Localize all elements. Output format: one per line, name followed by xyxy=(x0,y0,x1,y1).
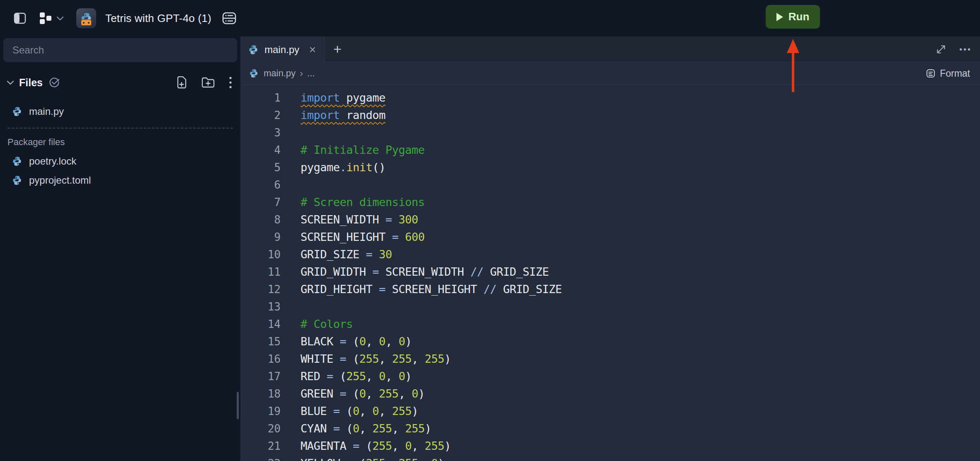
line-number: 1 xyxy=(240,89,281,107)
breadcrumb-ellipsis[interactable]: ... xyxy=(307,68,315,79)
token-pl: ( xyxy=(346,422,353,435)
code-line: 5pygame.init() xyxy=(240,159,980,176)
code-line: 17RED = (255, 0, 0) xyxy=(240,368,980,385)
python-icon xyxy=(249,68,259,78)
token-pl: ) xyxy=(444,439,451,452)
token-pl: , xyxy=(398,387,412,400)
database-icon[interactable] xyxy=(221,11,237,25)
file-item-poetry-lock[interactable]: poetry.lock xyxy=(0,152,240,171)
token-op: = xyxy=(333,405,347,417)
code-line-text[interactable]: # Initialize Pygame xyxy=(281,141,425,159)
python-icon xyxy=(12,106,22,117)
format-button[interactable]: Format xyxy=(926,68,970,79)
code-line: 11GRID_WIDTH = SCREEN_WIDTH // GRID_SIZE xyxy=(240,263,980,281)
code-line-text[interactable] xyxy=(281,298,301,315)
code-line-text[interactable]: pygame.init() xyxy=(281,159,386,176)
play-icon xyxy=(776,13,783,21)
code-line-text[interactable]: BLACK = (0, 0, 0) xyxy=(281,333,412,350)
packager-files-label: Packager files xyxy=(0,137,240,148)
token-pl: GRID_SIZE xyxy=(490,265,549,278)
code-line-text[interactable]: import random xyxy=(281,107,386,124)
code-line-text[interactable]: SCREEN_WIDTH = 300 xyxy=(281,211,418,228)
lint-squiggle: import random xyxy=(301,109,386,121)
run-button[interactable]: Run xyxy=(766,5,820,29)
tab-label: main.py xyxy=(264,44,299,56)
token-num: 0 xyxy=(359,387,366,400)
main-area: Files main.py Packager files poetry.lock… xyxy=(0,36,980,461)
code-line-text[interactable] xyxy=(281,124,301,141)
code-line-text[interactable]: GREEN = (0, 255, 0) xyxy=(281,385,425,403)
breadcrumb-file[interactable]: main.py xyxy=(264,68,296,79)
line-number: 12 xyxy=(240,281,281,298)
code-line-text[interactable]: GRID_WIDTH = SCREEN_WIDTH // GRID_SIZE xyxy=(281,263,549,281)
check-circle-icon xyxy=(49,77,60,88)
token-num: 0 xyxy=(379,370,386,383)
workspace-switcher[interactable] xyxy=(39,12,64,25)
new-file-icon[interactable] xyxy=(176,76,187,89)
token-num: 0 xyxy=(431,457,438,461)
python-icon xyxy=(12,175,22,186)
token-num: 255 xyxy=(392,405,412,417)
token-pl: , xyxy=(386,370,399,383)
breadcrumb-chevron-icon: › xyxy=(300,68,303,79)
code-line-text[interactable]: GRID_SIZE = 30 xyxy=(281,246,392,263)
packager-files-list: poetry.lockpyproject.toml xyxy=(0,152,240,190)
code-line-text[interactable]: # Screen dimensions xyxy=(281,194,425,211)
token-pl: WHITE xyxy=(301,352,340,365)
sidebar: Files main.py Packager files poetry.lock… xyxy=(0,36,240,461)
more-icon[interactable]: ••• xyxy=(959,45,972,54)
code-line-text[interactable]: BLUE = (0, 0, 255) xyxy=(281,403,418,420)
line-number: 13 xyxy=(240,298,281,315)
kebab-menu-icon[interactable] xyxy=(229,76,232,89)
line-number: 22 xyxy=(240,455,281,461)
code-line-text[interactable]: YELLOW = (255, 255, 0) xyxy=(281,455,444,461)
token-pl: () xyxy=(372,161,386,174)
code-line-text[interactable]: SCREEN_HEIGHT = 600 xyxy=(281,228,425,246)
token-num: 0 xyxy=(412,387,418,400)
new-folder-icon[interactable] xyxy=(201,77,215,88)
chevron-down-icon[interactable] xyxy=(7,80,14,85)
token-pl: GREEN xyxy=(301,387,340,400)
code-line: 14# Colors xyxy=(240,315,980,333)
token-cm: # Initialize Pygame xyxy=(301,143,425,156)
token-pl: ( xyxy=(366,439,373,452)
token-pl: ) xyxy=(418,387,425,400)
tab-main-py[interactable]: main.py × xyxy=(240,36,324,63)
code-line-text[interactable]: # Colors xyxy=(281,315,353,333)
token-pl: ( xyxy=(346,405,353,417)
close-icon[interactable]: × xyxy=(308,43,318,56)
token-op: = xyxy=(379,283,392,296)
code-line-text[interactable]: RED = (255, 0, 0) xyxy=(281,368,412,385)
code-line: 12GRID_HEIGHT = SCREEN_HEIGHT // GRID_SI… xyxy=(240,281,980,298)
code-line-text[interactable]: GRID_HEIGHT = SCREEN_HEIGHT // GRID_SIZE xyxy=(281,281,562,298)
new-tab-button[interactable]: + xyxy=(325,36,350,62)
token-op: = xyxy=(386,213,399,226)
expand-icon[interactable] xyxy=(935,44,947,55)
sidebar-resize-handle[interactable] xyxy=(237,392,239,419)
code-line-text[interactable] xyxy=(281,176,301,194)
workspace-layout-icon xyxy=(39,12,52,25)
file-item-pyproject-toml[interactable]: pyproject.toml xyxy=(0,171,240,190)
code-line: 9SCREEN_HEIGHT = 600 xyxy=(240,228,980,246)
code-editor[interactable]: 1import pygame2import random34# Initiali… xyxy=(240,85,980,461)
token-pl: ) xyxy=(412,405,418,417)
token-pl: SCREEN_HEIGHT xyxy=(301,230,392,243)
token-num: 0 xyxy=(372,405,379,417)
token-cm: # Screen dimensions xyxy=(301,196,425,209)
panel-toggle-icon[interactable] xyxy=(12,11,27,26)
line-number: 6 xyxy=(240,176,281,194)
code-line-text[interactable]: import pygame xyxy=(281,89,386,107)
token-num: 255 xyxy=(392,352,412,365)
code-line-text[interactable]: CYAN = (0, 255, 255) xyxy=(281,420,431,437)
token-pl: , xyxy=(386,335,399,348)
code-line-text[interactable]: WHITE = (255, 255, 255) xyxy=(281,350,451,368)
token-op: // xyxy=(471,265,490,278)
line-number: 15 xyxy=(240,333,281,350)
search-input[interactable] xyxy=(3,38,237,62)
token-num: 0 xyxy=(398,335,405,348)
code-line-text[interactable]: MAGENTA = (255, 0, 255) xyxy=(281,437,451,455)
token-pl: ( xyxy=(340,370,347,383)
token-pl: ) xyxy=(425,422,431,435)
file-item-main-py[interactable]: main.py xyxy=(0,102,240,121)
token-pl: , xyxy=(359,405,373,417)
